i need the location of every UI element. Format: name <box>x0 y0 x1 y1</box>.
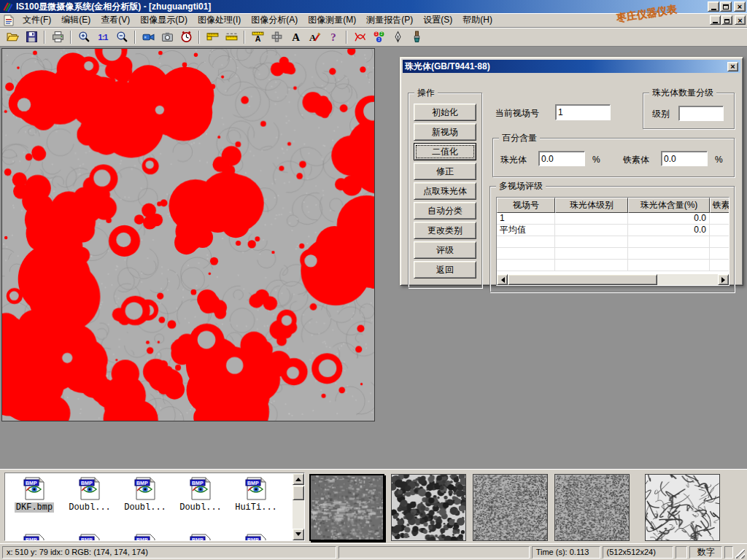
bottom-panel: BMP DKF.bmp BMP Doubl... <box>0 469 747 543</box>
menu-file[interactable]: 文件(F) <box>18 12 56 28</box>
file-item[interactable]: BMP <box>228 533 284 541</box>
file-item[interactable]: BMP HuiTi... <box>228 476 284 513</box>
mdi-close-button[interactable]: × <box>735 15 746 25</box>
horizontal-scroll-thumb[interactable] <box>508 274 657 285</box>
binarize-button[interactable]: 二值化 <box>414 143 476 160</box>
scroll-right-button[interactable] <box>718 274 729 285</box>
menu-edit[interactable]: 编辑(E) <box>56 12 96 28</box>
caliper-measure-button[interactable] <box>203 29 222 45</box>
scroll-left-button[interactable] <box>497 274 508 285</box>
grid-tool-button[interactable] <box>267 29 286 45</box>
text-edit-icon: A <box>309 31 321 43</box>
menu-help[interactable]: 帮助(H) <box>457 12 498 28</box>
new-field-button[interactable]: 新视场 <box>414 123 476 141</box>
file-item[interactable]: BMP Doubl... <box>173 476 228 513</box>
svg-text:BMP: BMP <box>81 481 93 486</box>
vertical-scroll-thumb[interactable] <box>293 486 304 500</box>
maximize-button[interactable] <box>720 1 732 12</box>
thumbnail-5[interactable] <box>645 474 720 541</box>
menu-image-analysis[interactable]: 图像分析(A) <box>246 12 303 28</box>
file-row-partial: BMP BMP BMP <box>7 533 284 541</box>
current-field-input[interactable] <box>555 104 611 120</box>
svg-text:A: A <box>292 31 300 43</box>
mdi-minimize-button[interactable] <box>710 15 721 25</box>
file-item[interactable]: BMP <box>62 533 117 541</box>
open-button[interactable] <box>3 29 22 45</box>
measure-label-button[interactable]: A <box>248 29 267 45</box>
thumbnail-4[interactable] <box>554 474 630 541</box>
close-button[interactable]: × <box>734 1 746 12</box>
left-arrow-icon <box>498 277 505 283</box>
bmp-file-icon: BMP <box>77 476 102 501</box>
menu-image-display[interactable]: 图像显示(D) <box>135 12 193 28</box>
toolbar-separator <box>44 31 45 44</box>
col-pearlite-content[interactable]: 珠光体含量(%) <box>628 198 710 213</box>
col-pearlite-grade[interactable]: 珠光体级别 <box>555 198 628 213</box>
pearlite-percent-input[interactable] <box>538 151 585 166</box>
zoom-in-button[interactable] <box>74 29 93 45</box>
thumbnail-2[interactable] <box>391 474 466 541</box>
svg-text:?: ? <box>330 31 336 43</box>
text-annotation-button[interactable]: A <box>286 29 305 45</box>
actual-size-button[interactable]: 1:1 <box>93 29 112 45</box>
file-item[interactable]: BMP <box>7 533 62 541</box>
video-capture-button[interactable] <box>139 29 158 45</box>
menu-image-processing[interactable]: 图像处理(I) <box>193 12 246 28</box>
menu-settings[interactable]: 设置(S) <box>418 12 457 28</box>
text-edit-button[interactable]: A <box>305 29 324 45</box>
dialog-close-button[interactable]: × <box>727 62 738 71</box>
menu-measure-report[interactable]: 测量报告(P) <box>361 12 418 28</box>
thumbnail-1[interactable] <box>309 474 384 541</box>
auto-classify-button[interactable]: 自动分类 <box>414 202 476 219</box>
minimize-icon <box>711 5 716 10</box>
file-list-scrollbar <box>293 473 304 540</box>
resize-grip[interactable] <box>735 549 745 559</box>
rate-button[interactable]: 评级 <box>414 241 476 259</box>
micrograph-image[interactable] <box>1 48 375 421</box>
scroll-down-button[interactable] <box>293 529 304 540</box>
scroll-up-button[interactable] <box>293 473 304 485</box>
table-empty-row <box>497 248 729 260</box>
col-field-no[interactable]: 视场号 <box>497 198 555 213</box>
ferrite-percent-input[interactable] <box>661 151 708 166</box>
return-button[interactable]: 返回 <box>414 261 476 279</box>
mdi-restore-button[interactable] <box>721 15 732 25</box>
pearlite-dialog: 珠光体(GB/T9441-88) × 操作 初始化 新视场 二值化 修正 点取珠… <box>400 57 743 286</box>
zoom-out-button[interactable] <box>112 29 131 45</box>
help-button[interactable]: ? <box>324 29 343 45</box>
save-button[interactable] <box>22 29 41 45</box>
minimize-button[interactable] <box>708 1 719 12</box>
thumbnail-3[interactable] <box>473 474 548 541</box>
ruler-button[interactable] <box>222 29 241 45</box>
file-item[interactable]: BMP Doubl... <box>62 476 117 513</box>
percent-group-label: 百分含量 <box>499 133 540 143</box>
brush-tool-button[interactable] <box>407 29 426 45</box>
snapshot-button[interactable] <box>158 29 177 45</box>
timer-button[interactable] <box>177 29 196 45</box>
pick-pearlite-button[interactable]: 点取珠光体 <box>414 182 476 200</box>
curve-tool-button[interactable] <box>350 29 369 45</box>
file-item[interactable]: BMP Doubl... <box>117 476 173 513</box>
classify-button[interactable]: 1 2 3 <box>369 29 388 45</box>
menu-image-measure[interactable]: 图像测量(M) <box>303 12 361 28</box>
table-horizontal-scrollbar <box>497 274 729 285</box>
pen-tool-button[interactable] <box>388 29 407 45</box>
svg-text:1: 1 <box>375 32 377 36</box>
table-row[interactable]: 1 0.0 <box>497 213 729 225</box>
col-ferrite-content[interactable]: 铁素体含量(%) <box>710 198 729 213</box>
file-item[interactable]: BMP <box>173 533 228 541</box>
grade-group-label: 珠光体数量分级 <box>649 88 716 98</box>
menu-view[interactable]: 查看(V) <box>96 12 135 28</box>
correct-button[interactable]: 修正 <box>414 163 476 180</box>
print-button[interactable] <box>48 29 67 45</box>
file-item[interactable]: BMP DKF.bmp <box>7 476 62 513</box>
video-camera-icon <box>142 31 155 43</box>
init-button[interactable]: 初始化 <box>414 104 476 121</box>
grade-level-input[interactable] <box>678 106 724 121</box>
toolbar-separator <box>70 31 71 44</box>
svg-text:3: 3 <box>378 38 380 42</box>
table-row[interactable]: 平均值 0.0 <box>497 225 729 236</box>
bmp-file-icon: BMP <box>188 533 213 541</box>
change-class-button[interactable]: 更改类别 <box>414 222 476 239</box>
file-item[interactable]: BMP <box>117 533 173 541</box>
